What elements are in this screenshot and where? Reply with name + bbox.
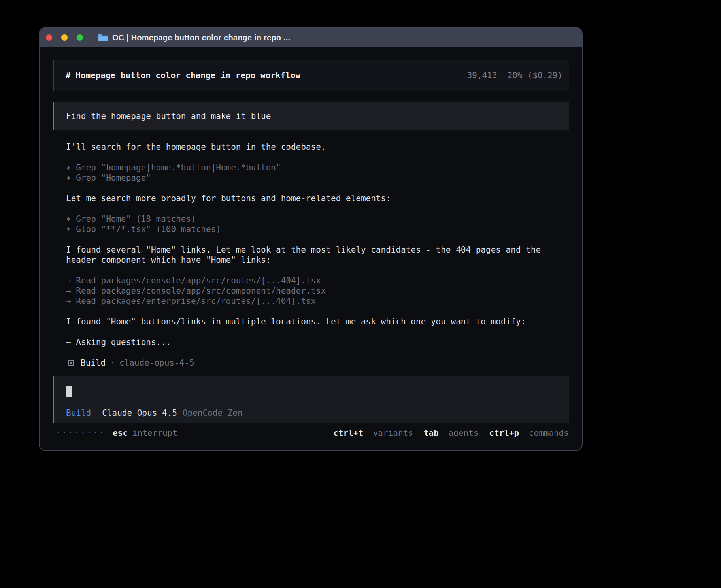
agent-model: claude-opus-4-5 [119, 358, 194, 368]
user-message-text: Find the homepage button and make it blu… [66, 111, 271, 121]
zoom-window-button[interactable] [77, 34, 83, 41]
spinner-dots: ········ [56, 428, 105, 438]
agent-mode-label[interactable]: Build [66, 408, 91, 418]
prompt-input[interactable]: Build Claude Opus 4.5 OpenCode Zen [53, 376, 569, 423]
hint-variants: ctrl+t variants [333, 428, 413, 438]
agent-status-line: Build · claude-opus-4-5 [66, 358, 570, 368]
ctrl-p-key-hint: ctrl+p [489, 428, 519, 438]
variants-label: variants [373, 428, 413, 438]
provider-label: OpenCode Zen [183, 408, 243, 418]
tool-call-grep: ∗ Grep "Home" (18 matches) [66, 214, 570, 224]
assistant-text: I found several "Home" links. Let me loo… [66, 245, 570, 265]
assistant-text: I'll search for the homepage button in t… [66, 142, 570, 152]
traffic-lights [46, 34, 92, 41]
asking-questions-status: ~ Asking questions... [66, 337, 570, 347]
agent-separator: · [110, 358, 115, 368]
user-message: Find the homepage button and make it blu… [53, 102, 569, 130]
hint-agents: tab agents [424, 428, 478, 438]
close-window-button[interactable] [46, 34, 52, 41]
commands-label: commands [529, 428, 569, 438]
tab-key-hint: tab [424, 428, 439, 438]
session-title: # Homepage button color change in repo w… [66, 71, 300, 80]
text-cursor [66, 386, 72, 397]
assistant-text: I found "Home" buttons/links in multiple… [66, 317, 570, 327]
minimize-window-button[interactable] [61, 34, 68, 41]
tool-call-read: → Read packages/console/app/src/componen… [66, 286, 570, 296]
statusbar-left: ········ esc interrupt [56, 428, 177, 438]
statusbar: ········ esc interrupt ctrl+t variants t… [53, 428, 569, 438]
session-header: # Homepage button color change in repo w… [53, 60, 569, 91]
tool-call-grep: ∗ Grep "homepage|home.*button|Home.*butt… [66, 162, 570, 173]
esc-key-hint: esc [113, 428, 128, 438]
tool-call-read: → Read packages/console/app/src/routes/[… [66, 275, 570, 286]
window-title: OC | Homepage button color change in rep… [112, 33, 290, 42]
tool-call-grep: ∗ Grep "Homepage" [66, 173, 570, 183]
folder-icon [98, 34, 108, 42]
terminal-content: # Homepage button color change in repo w… [40, 60, 582, 451]
assistant-text: Let me search more broadly for buttons a… [66, 193, 570, 204]
conversation: I'll search for the homepage button in t… [66, 142, 570, 368]
terminal-window: OC | Homepage button color change in rep… [39, 27, 583, 451]
agent-name: Build [81, 358, 106, 368]
context-percent: 20% [508, 71, 523, 80]
esc-key-label: interrupt [132, 428, 177, 438]
agent-icon [68, 360, 74, 366]
title-wrap: OC | Homepage button color change in rep… [98, 33, 290, 42]
session-cost: ($0.29) [527, 71, 562, 80]
model-label[interactable]: Claude Opus 4.5 [102, 408, 177, 418]
agents-label: agents [448, 428, 478, 438]
tool-call-read: → Read packages/enterprise/src/routes/[.… [66, 296, 570, 306]
token-count: 39,413 [467, 71, 497, 80]
ctrl-t-key-hint: ctrl+t [333, 428, 363, 438]
statusbar-right: ctrl+t variants tab agents ctrl+p comman… [323, 428, 569, 438]
tool-call-glob: ∗ Glob "**/*.tsx" (100 matches) [66, 224, 570, 234]
input-footer: Build Claude Opus 4.5 OpenCode Zen [66, 408, 243, 418]
titlebar[interactable]: OC | Homepage button color change in rep… [40, 28, 582, 47]
session-stats: 39,413 20% ($0.29) [467, 71, 562, 80]
hint-commands: ctrl+p commands [489, 428, 569, 438]
